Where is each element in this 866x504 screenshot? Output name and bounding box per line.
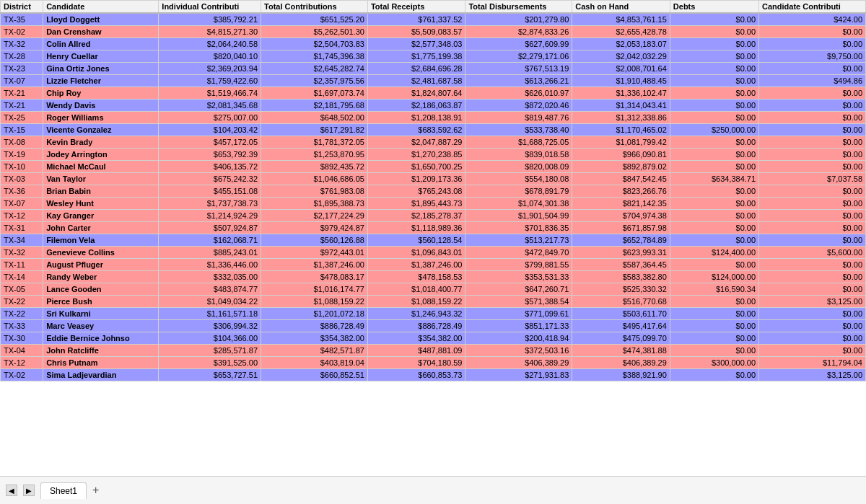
table-row: TX-22Pierce Bush$1,049,034.22$1,088,159.…	[1, 296, 866, 308]
cell-candidate: Wesley Hunt	[43, 198, 159, 210]
cell-total_contrib: $1,697,073.74	[261, 87, 368, 100]
cell-total_disb: $571,388.54	[465, 296, 572, 308]
cell-cash: $4,853,761.15	[572, 13, 670, 26]
cell-debts: $0.00	[670, 308, 758, 320]
cell-candidate: Wendy Davis	[43, 100, 159, 112]
cell-debts: $0.00	[670, 149, 758, 161]
cell-cand_contrib: $0.00	[759, 283, 866, 296]
cell-district: TX-12	[1, 210, 43, 222]
cell-cand_contrib: $0.00	[759, 136, 866, 149]
cell-district: TX-33	[1, 320, 43, 332]
cell-candidate: Kevin Brady	[43, 136, 159, 149]
cell-debts: $634,384.71	[670, 173, 758, 185]
cell-total_contrib: $660,852.51	[261, 369, 368, 381]
cell-total_contrib: $1,088,159.22	[261, 296, 368, 308]
cell-district: TX-14	[1, 271, 43, 283]
cell-total_contrib: $648,502.00	[261, 112, 368, 124]
cell-district: TX-23	[1, 63, 43, 75]
cell-total_contrib: $2,357,975.56	[261, 75, 368, 87]
cell-candidate: Lance Gooden	[43, 283, 159, 296]
header-candidate-contributions: Candidate Contributi	[759, 1, 866, 14]
scroll-left-arrow[interactable]: ◀	[6, 485, 17, 496]
cell-cash: $2,053,183.07	[572, 38, 670, 50]
cell-total_contrib: $1,201,072.18	[261, 308, 368, 320]
cell-total_contrib: $1,745,396.38	[261, 50, 368, 63]
cell-district: TX-03	[1, 173, 43, 185]
table-row: TX-33Marc Veasey$306,994.32$886,728.49$8…	[1, 320, 866, 332]
sheet-tab[interactable]: Sheet1	[40, 482, 87, 499]
cell-total_contrib: $2,645,282.74	[261, 63, 368, 75]
cell-cash: $1,170,465.02	[572, 124, 670, 136]
table-row: TX-32Colin Allred$2,064,240.58$2,504,703…	[1, 38, 866, 50]
cell-district: TX-12	[1, 357, 43, 369]
cell-candidate: Colin Allred	[43, 38, 159, 50]
cell-individual: $406,135.72	[159, 161, 261, 173]
cell-cash: $2,655,428.78	[572, 26, 670, 38]
cell-total_contrib: $1,046,686.05	[261, 173, 368, 185]
cell-cand_contrib: $0.00	[759, 222, 866, 234]
table-row: TX-35Lloyd Doggett$385,792.21$651,525.20…	[1, 13, 866, 26]
cell-cand_contrib: $0.00	[759, 198, 866, 210]
scroll-right-arrow[interactable]: ▶	[23, 485, 35, 496]
cell-total_contrib: $478,083.17	[261, 271, 368, 283]
cell-district: TX-15	[1, 124, 43, 136]
cell-total_disb: $767,513.19	[465, 63, 572, 75]
table-row: TX-22Sri Kulkarni$1,161,571.18$1,201,072…	[1, 308, 866, 320]
cell-cand_contrib: $0.00	[759, 185, 866, 198]
cell-total_receipts: $2,185,278.37	[367, 210, 465, 222]
cell-individual: $1,519,466.74	[159, 87, 261, 100]
cell-cash: $652,784.89	[572, 234, 670, 247]
cell-cand_contrib: $0.00	[759, 26, 866, 38]
cell-cash: $406,389.29	[572, 357, 670, 369]
cell-total_disb: $554,180.08	[465, 173, 572, 185]
cell-individual: $104,366.00	[159, 332, 261, 345]
cell-total_receipts: $1,088,159.22	[367, 296, 465, 308]
cell-cash: $821,142.35	[572, 198, 670, 210]
cell-district: TX-36	[1, 185, 43, 198]
cell-total_receipts: $1,387,246.00	[367, 259, 465, 271]
table-row: TX-07Lizzie Fletcher$1,759,422.60$2,357,…	[1, 75, 866, 87]
cell-district: TX-07	[1, 75, 43, 87]
cell-debts: $0.00	[670, 332, 758, 345]
cell-total_receipts: $1,895,443.73	[367, 198, 465, 210]
cell-debts: $0.00	[670, 63, 758, 75]
cell-cand_contrib: $0.00	[759, 210, 866, 222]
cell-total_contrib: $2,177,224.29	[261, 210, 368, 222]
table-row: TX-34Filemon Vela$162,068.71$560,126.88$…	[1, 234, 866, 247]
table-row: TX-36Brian Babin$455,151.08$761,983.08$7…	[1, 185, 866, 198]
data-table: District Candidate Individual Contributi…	[0, 0, 866, 381]
cell-total_receipts: $1,270,238.85	[367, 149, 465, 161]
cell-total_contrib: $761,983.08	[261, 185, 368, 198]
cell-total_receipts: $1,018,400.77	[367, 283, 465, 296]
cell-individual: $653,792.39	[159, 149, 261, 161]
cell-total_contrib: $972,443.01	[261, 247, 368, 259]
header-total-contributions: Total Contributions	[261, 1, 368, 14]
cell-cand_contrib: $3,125.00	[759, 369, 866, 381]
cell-debts: $0.00	[670, 100, 758, 112]
cell-cash: $671,857.98	[572, 222, 670, 234]
spreadsheet-container: District Candidate Individual Contributi…	[0, 0, 866, 476]
cell-candidate: John Carter	[43, 222, 159, 234]
cell-district: TX-31	[1, 222, 43, 234]
cell-cash: $1,081,799.42	[572, 136, 670, 149]
cell-district: TX-11	[1, 259, 43, 271]
cell-cash: $847,542.45	[572, 173, 670, 185]
cell-debts: $124,000.00	[670, 271, 758, 283]
cell-total_receipts: $1,096,843.01	[367, 247, 465, 259]
cell-district: TX-02	[1, 26, 43, 38]
cell-candidate: Henry Cuellar	[43, 50, 159, 63]
cell-individual: $675,242.32	[159, 173, 261, 185]
cell-cand_contrib: $0.00	[759, 124, 866, 136]
cell-cash: $892,879.02	[572, 161, 670, 173]
header-district: District	[1, 1, 43, 14]
cell-total_contrib: $403,819.04	[261, 357, 368, 369]
cell-total_contrib: $1,387,246.00	[261, 259, 368, 271]
cell-debts: $0.00	[670, 13, 758, 26]
cell-debts: $0.00	[670, 87, 758, 100]
add-sheet-button[interactable]: +	[92, 484, 99, 497]
cell-total_disb: $271,931.83	[465, 369, 572, 381]
cell-total_receipts: $2,186,063.87	[367, 100, 465, 112]
cell-total_disb: $872,020.46	[465, 100, 572, 112]
cell-total_receipts: $2,481,687.58	[367, 75, 465, 87]
cell-individual: $1,049,034.22	[159, 296, 261, 308]
